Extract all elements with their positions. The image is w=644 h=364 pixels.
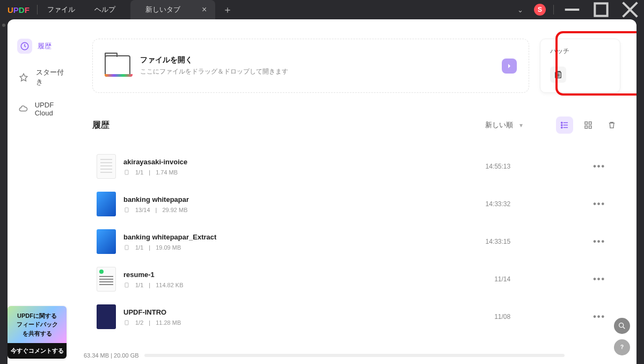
window-close[interactable] — [619, 0, 641, 19]
window-maximize[interactable] — [590, 0, 612, 19]
page-icon — [123, 319, 130, 326]
page-icon — [123, 282, 130, 288]
file-row[interactable]: UPDF-INTRO1/2|11.28 MB11/08••• — [92, 298, 620, 336]
open-subtitle: ここにファイルをドラッグ＆ドロップして開きます — [140, 67, 492, 76]
file-time: 14:55:13 — [485, 163, 510, 170]
file-name: akirayasaki-invoice — [123, 158, 478, 166]
user-avatar[interactable]: S — [534, 4, 546, 16]
side-collapse-dot[interactable] — [2, 24, 5, 27]
svg-rect-1 — [595, 3, 607, 16]
svg-rect-17 — [589, 122, 592, 125]
sidebar-label: スター付き — [36, 68, 67, 87]
file-meta: 1/2|11.28 MB — [123, 319, 487, 326]
feedback-button[interactable]: 今すぐコメントする — [8, 343, 67, 359]
page-icon — [123, 244, 130, 251]
file-time: 11/14 — [494, 275, 510, 283]
svg-text:?: ? — [620, 344, 624, 350]
trash-button[interactable] — [603, 117, 620, 134]
section-title: 履歴 — [92, 120, 109, 131]
svg-line-26 — [623, 327, 625, 329]
svg-rect-20 — [125, 170, 128, 174]
svg-rect-19 — [589, 126, 592, 129]
feedback-text: UPDFに関する フィードバック を共有する — [8, 306, 67, 344]
page-icon — [123, 169, 130, 176]
svg-marker-5 — [20, 74, 28, 81]
tab-label: 新しいタブ — [145, 5, 180, 14]
file-list: akirayasaki-invoice1/1|1.74 MB14:55:13••… — [92, 138, 620, 336]
window-minimize[interactable] — [561, 0, 583, 19]
file-name: resume-1 — [123, 271, 487, 279]
tab-new[interactable]: 新しいタブ × — [130, 0, 215, 19]
file-thumbnail — [97, 229, 116, 254]
file-row[interactable]: akirayasaki-invoice1/1|1.74 MB14:55:13••… — [92, 148, 620, 185]
app-body: 履歴 スター付き UPDF Cloud ファイルを開く ここにファイルをドラッグ… — [8, 19, 636, 364]
batch-title: バッチ — [550, 47, 610, 56]
sidebar-item-history[interactable]: 履歴 — [14, 34, 70, 58]
title-bar: UPDF ファイル ヘルプ 新しいタブ × ＋ ⌄ S — [0, 0, 644, 19]
svg-point-14 — [561, 127, 562, 128]
app-logo: UPDF — [0, 5, 37, 14]
file-name: banking whitepapar_Extract — [123, 233, 478, 241]
file-name: UPDF-INTRO — [123, 308, 487, 316]
open-file-card[interactable]: ファイルを開く ここにファイルをドラッグ＆ドロップして開きます — [92, 39, 529, 93]
svg-rect-23 — [125, 283, 128, 287]
file-meta: 1/1|1.74 MB — [123, 169, 478, 176]
file-time: 14:33:15 — [485, 238, 510, 245]
divider — [553, 5, 554, 14]
svg-rect-22 — [125, 245, 128, 250]
folder-icon — [105, 55, 130, 77]
file-more-icon[interactable]: ••• — [593, 237, 616, 246]
star-icon — [17, 70, 31, 85]
search-button[interactable] — [614, 318, 630, 334]
sidebar-item-starred[interactable]: スター付き — [14, 63, 70, 91]
help-button[interactable]: ? — [614, 339, 630, 355]
file-thumbnail — [97, 192, 116, 216]
status-bar: 63.34 MB | 20.00 GB — [84, 352, 629, 359]
svg-point-25 — [619, 323, 624, 327]
cloud-icon — [17, 101, 30, 117]
batch-icon — [550, 67, 566, 83]
sidebar-label: UPDF Cloud — [35, 101, 67, 117]
open-arrow-button[interactable] — [502, 59, 517, 74]
batch-card[interactable]: バッチ — [540, 39, 620, 93]
file-more-icon[interactable]: ••• — [593, 162, 616, 171]
file-time: 11/08 — [494, 313, 510, 321]
svg-rect-16 — [585, 122, 588, 125]
file-meta: 1/1|19.09 MB — [123, 244, 478, 251]
file-thumbnail — [97, 304, 116, 329]
sort-dropdown[interactable]: 新しい順 ▼ — [485, 120, 556, 130]
file-meta: 13/14|29.92 MB — [123, 207, 478, 213]
file-more-icon[interactable]: ••• — [593, 312, 616, 322]
sidebar-item-cloud[interactable]: UPDF Cloud — [14, 97, 70, 121]
svg-rect-21 — [125, 208, 128, 212]
menu-file[interactable]: ファイル — [38, 5, 85, 14]
view-grid-button[interactable] — [580, 117, 597, 134]
chevron-down-icon[interactable]: ⌄ — [514, 3, 526, 17]
menu-help[interactable]: ヘルプ — [85, 5, 125, 14]
file-more-icon[interactable]: ••• — [593, 199, 616, 209]
svg-rect-18 — [585, 126, 588, 129]
svg-point-12 — [561, 125, 562, 126]
tab-close-icon[interactable]: × — [202, 5, 207, 14]
file-more-icon[interactable]: ••• — [593, 274, 616, 284]
file-thumbnail — [97, 267, 116, 292]
file-row[interactable]: banking whitepapar_Extract1/1|19.09 MB14… — [92, 223, 620, 260]
triangle-down-icon: ▼ — [518, 122, 524, 128]
file-thumbnail — [97, 154, 116, 179]
sort-label: 新しい順 — [485, 120, 513, 130]
feedback-banner: UPDFに関する フィードバック を共有する 今すぐコメントする — [8, 306, 67, 359]
file-name: banking whitepapar — [123, 195, 478, 203]
file-row[interactable]: banking whitepapar13/14|29.92 MB14:33:32… — [92, 185, 620, 223]
svg-point-10 — [561, 122, 562, 123]
page-icon — [123, 207, 130, 213]
view-list-button[interactable] — [556, 117, 573, 134]
main-area: ファイルを開く ここにファイルをドラッグ＆ドロップして開きます バッチ 履歴 新… — [76, 19, 636, 364]
clock-icon — [17, 39, 32, 54]
file-time: 14:33:32 — [485, 200, 510, 208]
file-meta: 1/1|114.82 KB — [123, 282, 487, 288]
new-tab-button[interactable]: ＋ — [223, 3, 232, 16]
file-row[interactable]: resume-11/1|114.82 KB11/14••• — [92, 260, 620, 298]
sidebar-label: 履歴 — [38, 41, 52, 51]
status-text: 63.34 MB | 20.00 GB — [84, 352, 139, 359]
storage-track — [144, 354, 565, 357]
